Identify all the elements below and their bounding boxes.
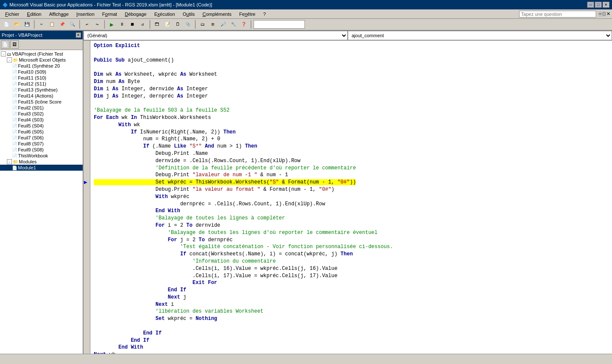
- find-button[interactable]: 🔍: [68, 20, 77, 29]
- tree-icon-thisworkbook: 📄: [12, 154, 17, 158]
- window-restore-btn[interactable]: □: [603, 11, 606, 17]
- tree-expand-excel[interactable]: -: [7, 57, 12, 62]
- tree-label-modules: Modules: [19, 159, 37, 164]
- separator-3: [104, 20, 105, 29]
- ptb-view-code[interactable]: 📄: [1, 40, 9, 49]
- combo-bar: (Général) ajout_comment: [84, 31, 612, 41]
- tree-feuil2[interactable]: 📄 Feuil2 (S01): [0, 105, 83, 111]
- help-btn[interactable]: ❓: [239, 20, 248, 29]
- tree-icon-root: 🗂: [7, 52, 11, 56]
- save-button[interactable]: 💾: [22, 20, 32, 29]
- menu-execution[interactable]: Exécution: [151, 9, 178, 18]
- tree-feuil5[interactable]: 📄 Feuil5 (S04): [0, 123, 83, 129]
- tree-icon-feuil15: 📄: [12, 100, 17, 104]
- tree-feuil6[interactable]: 📄 Feuil6 (S05): [0, 129, 83, 135]
- tree-icon-feuil14: 📄: [12, 94, 17, 98]
- tree-expand-modules[interactable]: -: [7, 159, 12, 164]
- tree-module1[interactable]: 📄 Module1: [0, 165, 83, 171]
- tree-thisworkbook[interactable]: 📄 ThisWorkbook: [0, 153, 83, 159]
- copy-button[interactable]: 📋: [47, 20, 57, 29]
- tree-icon-feuil13: 📄: [12, 88, 17, 92]
- tree-icon-feuil6: 📄: [12, 130, 17, 134]
- menu-affichage[interactable]: Affichage: [46, 9, 72, 18]
- ref-button[interactable]: 📎: [183, 20, 193, 29]
- project-explorer-button[interactable]: 🗂: [198, 20, 207, 29]
- menu-complements[interactable]: Compléments: [199, 9, 235, 18]
- redo-button[interactable]: ↪: [93, 20, 102, 29]
- cut-button[interactable]: ✂: [37, 20, 46, 29]
- code-container[interactable]: Option Explicit Public Sub ajout_comment…: [90, 41, 612, 354]
- tree-icon-feuil1: 📄: [12, 64, 17, 68]
- minimize-button[interactable]: ─: [587, 2, 594, 8]
- stop-button[interactable]: ⏹: [128, 20, 137, 29]
- project-panel: Projet - VBAProject ✕ 📄 🖼 - 🗂 VBAProject…: [0, 31, 84, 354]
- tree-excel-objects[interactable]: - 📁 Microsoft Excel Objets: [0, 57, 83, 63]
- project-header: Projet - VBAProject ✕: [0, 31, 83, 39]
- left-margin: ▶: [84, 41, 90, 354]
- menu-debogage[interactable]: Débogage: [121, 9, 150, 18]
- open-button[interactable]: 📂: [12, 20, 21, 29]
- project-title: Projet - VBAProject: [2, 33, 42, 38]
- properties-button[interactable]: ⊞: [208, 20, 218, 29]
- tree-icon-feuil5: 📄: [12, 124, 17, 128]
- userform-button[interactable]: 🗔: [152, 20, 162, 29]
- project-close-button[interactable]: ✕: [76, 33, 81, 38]
- execution-arrow: ▶: [84, 179, 87, 186]
- tree-root[interactable]: - 🗂 VBAProject (Fichier Test: [0, 51, 83, 57]
- window-minimize-btn[interactable]: ─: [599, 11, 602, 17]
- separator-2: [79, 20, 80, 29]
- menu-help[interactable]: ?: [260, 9, 269, 18]
- menu-outils[interactable]: Outils: [179, 9, 198, 18]
- separator-6: [251, 20, 251, 29]
- menu-fichier[interactable]: Fichier: [2, 9, 23, 18]
- tree-label-module1: Module1: [18, 165, 36, 170]
- tree-feuil13[interactable]: 📄 Feuil13 (Synthèse): [0, 87, 83, 93]
- tree-label-feuil2: Feuil2 (S01): [18, 105, 44, 110]
- menu-edition[interactable]: Edition: [24, 9, 45, 18]
- tree-feuil8[interactable]: 📄 Feuil8 (S07): [0, 141, 83, 147]
- menu-bar: Fichier Edition Affichage Insertion Form…: [0, 9, 612, 19]
- tree-feuil3[interactable]: 📄 Feuil3 (S02): [0, 111, 83, 117]
- project-tree: - 🗂 VBAProject (Fichier Test - 📁 Microso…: [0, 50, 83, 354]
- combo-general[interactable]: (Général): [84, 31, 348, 40]
- tree-modules[interactable]: - 📁 Modules: [0, 159, 83, 165]
- run-button[interactable]: ▶: [107, 20, 116, 29]
- help-input[interactable]: [519, 11, 596, 18]
- tree-feuil14[interactable]: 📄 Feuil14 (Actions): [0, 93, 83, 99]
- tree-expand-root[interactable]: -: [1, 51, 6, 56]
- tree-label-feuil3: Feuil3 (S02): [18, 111, 44, 116]
- tree-feuil9[interactable]: 📄 Feuil9 (S08): [0, 147, 83, 153]
- undo-button[interactable]: ↩: [82, 20, 92, 29]
- tree-feuil15[interactable]: 📄 Feuil15 (Icône Score: [0, 99, 83, 105]
- toggle-button[interactable]: ↺: [138, 20, 147, 29]
- tree-icon-excel: 📁: [13, 58, 18, 62]
- module-button[interactable]: 📝: [163, 20, 172, 29]
- tree-feuil11[interactable]: 📄 Feuil11 (S10): [0, 75, 83, 81]
- new-button[interactable]: 📄: [2, 20, 11, 29]
- tree-feuil1[interactable]: 📄 Feuil1 (Synthèse 20: [0, 63, 83, 69]
- tree-label-feuil15: Feuil15 (Icône Score: [18, 99, 62, 104]
- tree-feuil4[interactable]: 📄 Feuil4 (S03): [0, 117, 83, 123]
- tb-extra1[interactable]: 🔧: [229, 20, 238, 29]
- tree-feuil10[interactable]: 📄 Feuil10 (S09): [0, 69, 83, 75]
- window-close-btn[interactable]: ✕: [606, 11, 610, 17]
- menu-fenetre[interactable]: Fenêtre: [236, 9, 259, 18]
- tree-icon-feuil10: 📄: [12, 70, 17, 74]
- tree-feuil12[interactable]: 📄 Feuil12 (S11): [0, 81, 83, 87]
- paste-button[interactable]: 📌: [57, 20, 67, 29]
- code-wrapper: ▶ Option Explicit Public Sub ajout_comme…: [84, 41, 612, 354]
- code-content: Option Explicit Public Sub ajout_comment…: [90, 41, 612, 354]
- objbrowse-button[interactable]: 🔎: [218, 20, 228, 29]
- break-button[interactable]: ⏸: [117, 20, 127, 29]
- menu-format[interactable]: Format: [99, 9, 121, 18]
- tree-feuil7[interactable]: 📄 Feuil7 (S06): [0, 135, 83, 141]
- tree-label-feuil10: Feuil10 (S09): [18, 69, 46, 74]
- restore-button[interactable]: □: [595, 2, 602, 8]
- combo-proc[interactable]: ajout_comment: [348, 31, 612, 40]
- menu-insertion[interactable]: Insertion: [73, 9, 98, 18]
- ptb-view-object[interactable]: 🖼: [10, 40, 19, 49]
- class-button[interactable]: 🗒: [173, 20, 182, 29]
- tree-icon-feuil4: 📄: [12, 118, 17, 122]
- tree-icon-feuil7: 📄: [12, 136, 17, 140]
- close-button[interactable]: ✕: [603, 2, 609, 8]
